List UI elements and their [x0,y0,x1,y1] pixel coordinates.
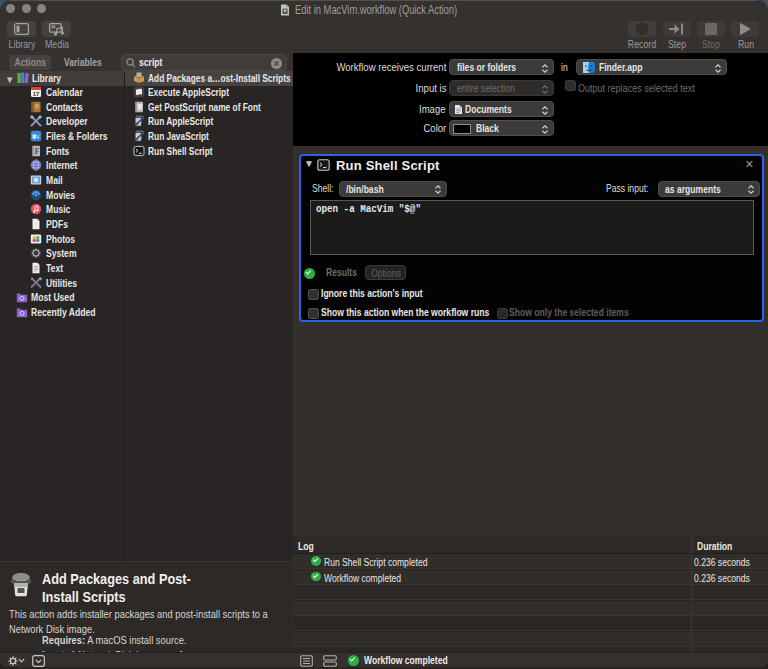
svg-text:17: 17 [33,91,40,97]
svg-text:F: F [35,147,40,156]
